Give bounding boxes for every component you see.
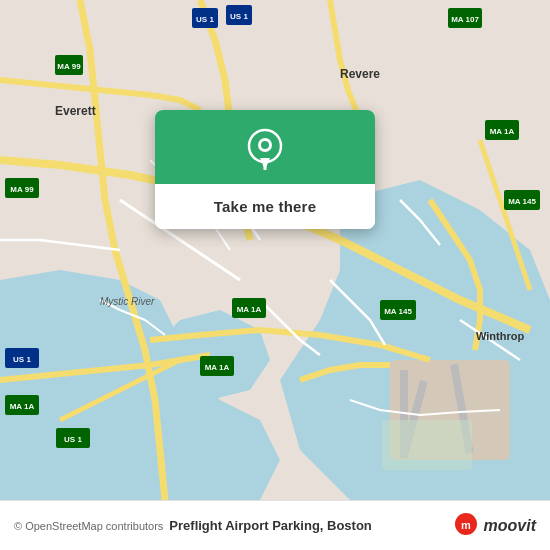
moovit-brand-icon: m xyxy=(452,512,480,540)
svg-text:MA 99: MA 99 xyxy=(10,185,34,194)
svg-text:MA 145: MA 145 xyxy=(508,197,536,206)
svg-rect-35 xyxy=(382,420,472,470)
svg-point-38 xyxy=(261,141,269,149)
svg-marker-39 xyxy=(260,158,270,170)
svg-text:MA 1A: MA 1A xyxy=(490,127,515,136)
svg-text:MA 1A: MA 1A xyxy=(237,305,262,314)
location-pin-icon xyxy=(244,128,286,170)
popup-green-area xyxy=(155,110,375,184)
map-container: US 1 MA 99 MA 107 MA 1A MA 145 MA 145 US… xyxy=(0,0,550,500)
svg-text:MA 1A: MA 1A xyxy=(205,363,230,372)
map-background: US 1 MA 99 MA 107 MA 1A MA 145 MA 145 US… xyxy=(0,0,550,500)
svg-text:MA 99: MA 99 xyxy=(57,62,81,71)
svg-text:MA 145: MA 145 xyxy=(384,307,412,316)
svg-text:Revere: Revere xyxy=(340,67,380,81)
svg-text:US 1: US 1 xyxy=(64,435,82,444)
svg-text:m: m xyxy=(461,519,471,531)
bottom-bar: © OpenStreetMap contributors Preflight A… xyxy=(0,500,550,550)
svg-text:Winthrop: Winthrop xyxy=(476,330,524,342)
svg-text:Everett: Everett xyxy=(55,104,96,118)
place-name: Preflight Airport Parking, Boston xyxy=(169,518,451,533)
moovit-logo: m moovit xyxy=(452,512,536,540)
svg-text:US 1: US 1 xyxy=(13,355,31,364)
svg-text:US 1: US 1 xyxy=(196,15,214,24)
svg-text:MA 107: MA 107 xyxy=(451,15,479,24)
svg-text:US 1: US 1 xyxy=(230,12,248,21)
take-me-there-button[interactable]: Take me there xyxy=(155,184,375,229)
moovit-text: moovit xyxy=(484,517,536,535)
svg-text:Mystic River: Mystic River xyxy=(100,296,155,307)
svg-text:MA 1A: MA 1A xyxy=(10,402,35,411)
popup-card: Take me there xyxy=(155,110,375,229)
attribution-text: © OpenStreetMap contributors xyxy=(14,520,163,532)
